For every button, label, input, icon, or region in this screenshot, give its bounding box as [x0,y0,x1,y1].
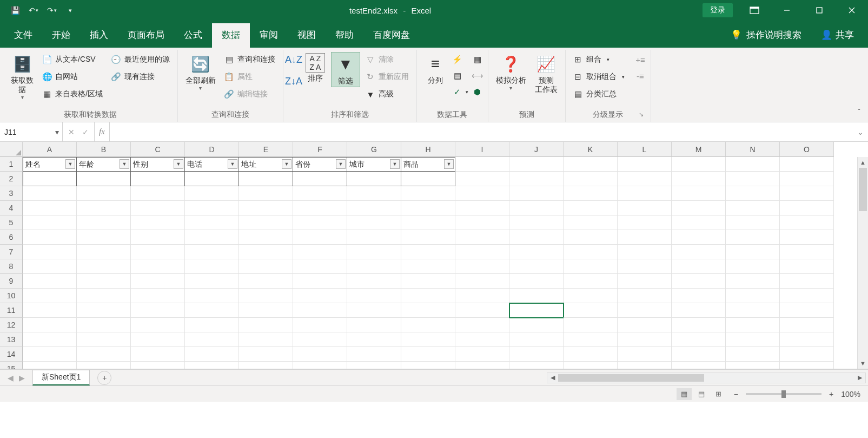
column-header[interactable]: O [780,142,834,157]
cell[interactable] [509,201,564,215]
cell[interactable] [347,172,401,186]
column-header[interactable]: F [293,142,347,157]
cell[interactable] [293,303,347,318]
cell[interactable] [672,318,726,332]
cell[interactable] [672,172,726,186]
cell[interactable] [564,215,618,230]
cell[interactable] [455,318,509,332]
existing-conn-button[interactable]: 🔗现有连接 [108,69,173,84]
cell[interactable] [618,318,672,332]
cell[interactable]: 地址▼ [239,157,293,172]
cell[interactable] [726,289,780,303]
queries-conn-button[interactable]: ▤查询和连接 [221,52,279,67]
cell[interactable] [185,303,239,318]
zoom-out-button[interactable]: − [734,390,738,398]
cell[interactable] [401,245,455,259]
formula-bar[interactable]: ⌄ [110,122,868,141]
clear-filter-button[interactable]: ▽清除 [362,52,412,67]
cell[interactable] [293,318,347,332]
cell[interactable] [401,186,455,201]
cell[interactable] [672,274,726,289]
ribbon-options-button[interactable] [738,0,771,21]
fx-icon[interactable]: fx [95,122,110,141]
whatif-button[interactable]: ❓ 模拟分析 ▾ [493,52,529,92]
cell[interactable] [23,347,77,362]
cell[interactable] [618,274,672,289]
save-button[interactable]: 💾 [8,3,23,18]
scroll-right-button[interactable]: ▶ [854,374,865,381]
subtotal-button[interactable]: ▤分类汇总 [570,87,628,102]
cell[interactable] [672,245,726,259]
cell[interactable] [618,347,672,362]
filter-dropdown-button[interactable]: ▼ [174,159,183,169]
cell[interactable] [77,347,131,362]
cell[interactable] [347,245,401,259]
tell-me-search[interactable]: 💡 操作说明搜索 [721,23,811,48]
cell[interactable] [23,274,77,289]
text-to-columns-button[interactable]: ≡ 分列 [421,52,449,86]
cell[interactable] [77,215,131,230]
cell[interactable] [401,172,455,186]
minimize-button[interactable] [771,0,803,21]
cell[interactable] [401,215,455,230]
cell[interactable] [509,318,564,332]
cell[interactable] [185,215,239,230]
scroll-thumb[interactable] [558,374,704,382]
cell[interactable] [455,215,509,230]
add-sheet-button[interactable]: + [97,371,111,385]
cell[interactable] [401,201,455,215]
cell[interactable] [780,201,834,215]
cell[interactable] [401,318,455,332]
cell[interactable] [455,172,509,186]
from-web-button[interactable]: 🌐自网站 [39,69,106,84]
cell[interactable]: 商品▼ [401,157,455,172]
row-header[interactable]: 11 [0,303,23,318]
cell[interactable] [131,347,185,362]
cell[interactable] [726,201,780,215]
cell[interactable] [455,347,509,362]
cell[interactable] [185,230,239,245]
cell[interactable] [401,230,455,245]
cell[interactable] [293,289,347,303]
column-header[interactable]: E [239,142,293,157]
cell[interactable] [131,332,185,347]
row-header[interactable]: 10 [0,289,23,303]
cell[interactable] [726,186,780,201]
column-header[interactable]: M [672,142,726,157]
cell[interactable]: 省份▼ [293,157,347,172]
cell[interactable]: 电话▼ [185,157,239,172]
cell[interactable] [239,303,293,318]
cell[interactable] [347,259,401,274]
cell[interactable] [185,186,239,201]
row-header[interactable]: 14 [0,347,23,362]
cell[interactable] [185,259,239,274]
column-header[interactable]: C [131,142,185,157]
cell[interactable] [564,318,618,332]
cell[interactable] [509,157,564,172]
cell[interactable] [401,259,455,274]
cell[interactable] [131,230,185,245]
cell[interactable] [672,347,726,362]
page-layout-view-button[interactable]: ▤ [694,388,709,400]
cell[interactable] [347,215,401,230]
cell[interactable] [239,215,293,230]
cell[interactable] [239,318,293,332]
cell[interactable] [77,362,131,369]
sheet-nav-first[interactable]: ◀ [8,374,14,382]
from-table-button[interactable]: ▦来自表格/区域 [39,87,106,102]
cell[interactable] [618,245,672,259]
tab-帮助[interactable]: 帮助 [326,23,363,48]
cell[interactable] [455,201,509,215]
cell[interactable] [780,172,834,186]
cell[interactable] [293,230,347,245]
cell[interactable] [564,332,618,347]
relationships-button[interactable]: ⟷ [472,68,483,83]
cell[interactable] [726,362,780,369]
cell[interactable] [185,245,239,259]
data-validation-button[interactable]: ✓▾ [452,84,469,100]
cell[interactable] [509,172,564,186]
cell[interactable] [564,274,618,289]
cell[interactable] [23,289,77,303]
cell[interactable] [131,362,185,369]
ungroup-button[interactable]: ⊟取消组合▾ [570,69,628,84]
